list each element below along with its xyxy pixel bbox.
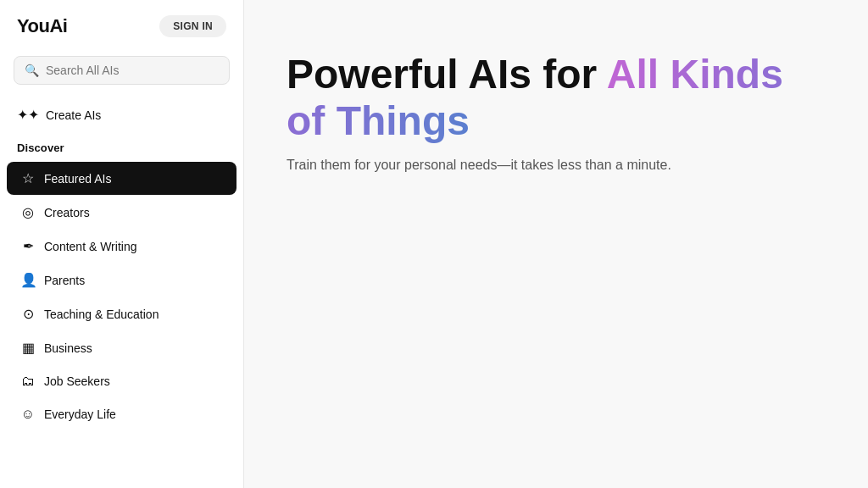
search-icon: 🔍	[25, 64, 39, 76]
featured-ais-label: Featured AIs	[44, 172, 111, 186]
everyday-life-icon: ☺	[20, 407, 36, 422]
main-title: Powerful AIs for All Kinds of Things	[287, 51, 826, 144]
search-container: 🔍	[0, 49, 243, 98]
create-ais-icon: ✦✦	[17, 107, 39, 123]
business-icon: ▦	[20, 340, 36, 356]
sign-in-button[interactable]: SIGN IN	[159, 15, 226, 37]
title-prefix: Powerful AIs for	[287, 52, 607, 97]
sidebar-item-everyday-life[interactable]: ☺Everyday Life	[7, 398, 236, 430]
sidebar-item-creators[interactable]: ◎Creators	[7, 196, 236, 229]
creators-icon: ◎	[20, 204, 36, 220]
parents-label: Parents	[44, 274, 85, 287]
main-subtitle: Train them for your personal needs—it ta…	[287, 158, 826, 173]
search-input[interactable]	[46, 64, 219, 77]
teaching-education-label: Teaching & Education	[44, 308, 159, 321]
sidebar-header: YouAi SIGN IN	[0, 0, 243, 49]
sidebar-item-featured-ais[interactable]: ☆Featured AIs	[7, 162, 236, 195]
search-box: 🔍	[14, 56, 230, 85]
create-ais-button[interactable]: ✦✦ Create AIs	[0, 98, 243, 131]
everyday-life-label: Everyday Life	[44, 408, 116, 421]
sidebar: YouAi SIGN IN 🔍 ✦✦ Create AIs Discover ☆…	[0, 0, 244, 488]
logo: YouAi	[17, 15, 67, 37]
discover-label: Discover	[0, 131, 243, 161]
parents-icon: 👤	[20, 272, 36, 288]
sidebar-nav: ☆Featured AIs◎Creators✒Content & Writing…	[0, 161, 243, 431]
business-label: Business	[44, 341, 92, 355]
creators-label: Creators	[44, 206, 90, 219]
teaching-education-icon: ⊙	[20, 306, 36, 322]
sidebar-item-content-writing[interactable]: ✒Content & Writing	[7, 230, 236, 263]
featured-ais-icon: ☆	[20, 170, 36, 186]
job-seekers-icon: 🗂	[20, 374, 36, 389]
sidebar-item-parents[interactable]: 👤Parents	[7, 263, 236, 297]
create-ais-label: Create AIs	[46, 108, 101, 122]
main-content: Powerful AIs for All Kinds of Things Tra…	[244, 0, 868, 488]
sidebar-item-business[interactable]: ▦Business	[7, 331, 236, 364]
job-seekers-label: Job Seekers	[44, 374, 110, 388]
sidebar-item-teaching-education[interactable]: ⊙Teaching & Education	[7, 297, 236, 330]
content-writing-label: Content & Writing	[44, 240, 136, 253]
content-writing-icon: ✒	[20, 238, 36, 254]
sidebar-item-job-seekers[interactable]: 🗂Job Seekers	[7, 365, 236, 397]
